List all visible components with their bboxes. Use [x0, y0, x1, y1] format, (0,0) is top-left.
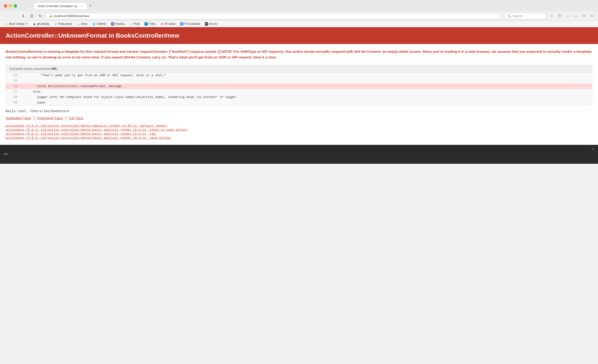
- gh-artfully-icon: ◆: [33, 22, 36, 25]
- drive-icon: ▲: [77, 22, 80, 25]
- trace-separator-2: |: [65, 116, 67, 120]
- source-header-prefix: Extracted source (around line: [10, 67, 51, 71]
- trace-item-0[interactable]: actionpack (5.0.1) lib/action_controller…: [6, 124, 592, 128]
- application-trace-link[interactable]: Application Trace: [6, 116, 31, 120]
- console-bar: >> ×: [0, 145, 598, 164]
- line-number-54: 54: [6, 73, 20, 78]
- code-line-59: 59 super: [6, 100, 592, 105]
- history-button[interactable]: ⏱: [556, 13, 563, 19]
- line-number-59: 59: [6, 100, 20, 105]
- search-bar[interactable]: 🔍 Search: [504, 13, 546, 19]
- info-button[interactable]: ℹ: [20, 13, 26, 19]
- rails-root: Rails.root: /Users/leo/bookstore: [6, 109, 592, 113]
- bookmark-devto[interactable]: DEV Dev.to: [203, 22, 219, 26]
- line-code-55: [20, 79, 24, 83]
- most-visited-dropdown-icon: ▼: [26, 23, 28, 25]
- nav-icons: ☆ ⏱ ↓ ⌂ 🛡 ≡: [548, 13, 595, 19]
- title-bar-top: Action Controller: Exception ca... × +: [4, 2, 594, 9]
- line-number-56: 56: [6, 84, 20, 89]
- traffic-lights: [4, 4, 17, 8]
- download-button[interactable]: ↓: [564, 13, 571, 19]
- shield-button[interactable]: 🛡: [581, 13, 587, 19]
- search-icon: 🔍: [507, 14, 511, 18]
- bookmark-pratt-label: Pratt: [133, 22, 140, 25]
- reader-button[interactable]: ☰: [28, 13, 35, 19]
- line-number-58: 58: [6, 95, 20, 99]
- most-visited-icon: 📁: [5, 22, 8, 25]
- home-button[interactable]: ⌂: [573, 13, 579, 19]
- bookmark-fa-calendar-label: FA Calendar: [184, 22, 200, 25]
- error-title: ActionController::UnknownFormat in Books…: [6, 32, 592, 39]
- new-tab-button[interactable]: +: [87, 2, 94, 9]
- nav-bar: ‹ › ℹ ☰ ↻ 🔒 localhost:3000/books/new 🔍 S…: [0, 11, 598, 21]
- bookmark-strftime[interactable]: 🌐 Strftime: [91, 22, 108, 26]
- code-line-56: 56 raise ActionController::UnknownFormat…: [6, 83, 592, 89]
- title-bar: Action Controller: Exception ca... × +: [0, 0, 598, 11]
- trace-item-3[interactable]: actionpack (5.0.1) lib/action_controller…: [6, 136, 592, 140]
- trace-links: Application Trace | Framework Trace | Fu…: [6, 116, 592, 120]
- maximize-button[interactable]: [14, 4, 17, 8]
- bookmark-heroku[interactable]: H Heroku: [109, 22, 126, 26]
- error-body: BooksController#new is missing a templat…: [0, 44, 598, 145]
- bookmark-fa-email[interactable]: M FA email: [158, 22, 177, 26]
- console-prompt: >>: [4, 152, 8, 156]
- back-button[interactable]: ‹: [3, 13, 9, 19]
- code-line-57: 57 else: [6, 89, 592, 94]
- framework-trace-link[interactable]: Framework Trace: [37, 116, 63, 120]
- bookmark-drive-label: Drive: [81, 22, 88, 25]
- bookmark-ruby-docs-label: Ruby-docs: [58, 22, 72, 25]
- bookmark-devto-label: Dev.to: [209, 22, 217, 25]
- tab-bar: Action Controller: Exception ca... × +: [34, 2, 93, 9]
- tab-close-button[interactable]: ×: [81, 5, 82, 8]
- info-icon: ℹ: [23, 14, 24, 18]
- console-close-button[interactable]: ×: [592, 147, 594, 151]
- pratt-icon: ●: [129, 22, 133, 25]
- lock-icon: 🔒: [49, 14, 52, 17]
- bookmark-gh-artfully[interactable]: ◆ gh-artfully: [31, 22, 51, 26]
- bookmark-strftime-label: Strftime: [97, 22, 106, 25]
- active-tab[interactable]: Action Controller: Exception ca... ×: [34, 3, 86, 9]
- bookmark-fa-calendar[interactable]: C FA Calendar: [178, 22, 202, 26]
- bookmark-most-visited[interactable]: 📁 Most Visited ▼: [3, 22, 30, 26]
- forward-button[interactable]: ›: [11, 13, 18, 19]
- menu-button[interactable]: ≡: [589, 13, 595, 19]
- minimize-button[interactable]: [9, 4, 12, 8]
- address-bar[interactable]: 🔒 localhost:3000/books/new: [45, 13, 502, 19]
- refresh-icon: ↻: [39, 14, 42, 18]
- code-line-58: 58 logger.info "No template found for #{…: [6, 94, 592, 100]
- fa-calendar-icon: C: [180, 22, 183, 25]
- bookmarks-bar: 📁 Most Visited ▼ ◆ gh-artfully 💎 Ruby-do…: [0, 21, 598, 27]
- bookmark-trello-label: Trello: [149, 22, 156, 25]
- close-button[interactable]: [4, 4, 7, 8]
- page-content: ActionController::UnknownFormat in Books…: [0, 27, 598, 164]
- bookmark-heroku-label: Heroku: [115, 22, 125, 25]
- code-line-54: 54 "That's what you'll get from an XHR o…: [6, 73, 592, 78]
- line-code-58: logger.info "No template found for #{sel…: [20, 95, 238, 99]
- ruby-docs-icon: 💎: [54, 22, 58, 25]
- full-trace-link[interactable]: Full Trace: [69, 116, 83, 120]
- bookmark-drive[interactable]: ▲ Drive: [75, 22, 90, 26]
- trace-item-1[interactable]: actionpack (5.0.1) lib/action_controller…: [6, 128, 592, 132]
- bookmark-star-button[interactable]: ☆: [548, 13, 555, 19]
- error-message: BooksController#new is missing a templat…: [6, 49, 592, 60]
- browser-window: Action Controller: Exception ca... × + ‹…: [0, 0, 598, 364]
- bookmark-fa-email-label: FA email: [165, 22, 175, 25]
- fa-email-icon: M: [160, 22, 164, 25]
- tab-title: Action Controller: Exception ca...: [38, 5, 79, 8]
- refresh-button[interactable]: ↻: [37, 13, 43, 19]
- line-number-55: 55: [6, 79, 20, 83]
- trace-separator-1: |: [34, 116, 36, 120]
- heroku-icon: H: [111, 22, 114, 25]
- bookmark-trello[interactable]: T Trello: [142, 22, 158, 26]
- bookmark-gh-artfully-label: gh-artfully: [37, 22, 50, 25]
- line-code-56: raise ActionController::UnknownFormat, m…: [20, 84, 124, 89]
- error-header: ActionController::UnknownFormat in Books…: [0, 27, 598, 44]
- bookmark-pratt[interactable]: ● Pratt: [127, 22, 141, 26]
- line-code-59: super: [20, 100, 48, 105]
- bookmark-ruby-docs[interactable]: 💎 Ruby-docs: [52, 22, 74, 26]
- source-box: Extracted source (around line #56): 54 "…: [6, 65, 592, 106]
- code-line-55: 55: [6, 78, 592, 83]
- devto-icon: DEV: [205, 22, 208, 25]
- trace-item-2[interactable]: actionpack (5.0.1) lib/action_controller…: [6, 132, 592, 136]
- source-header-suffix: ):: [56, 67, 58, 71]
